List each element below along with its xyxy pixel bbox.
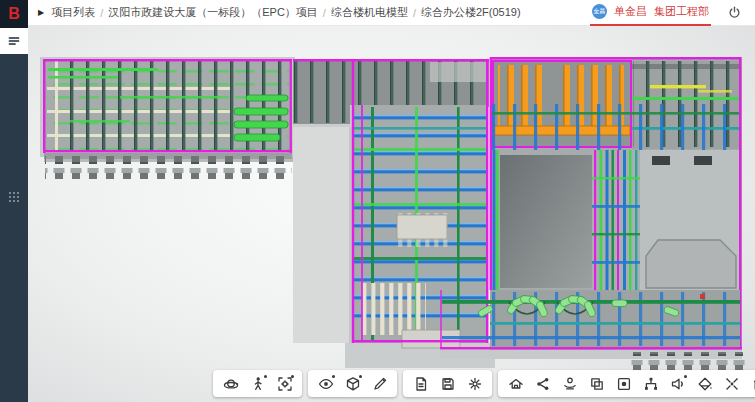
sidebar-item-apps[interactable] [0,184,28,210]
save-button[interactable] [435,372,460,395]
file-report-icon [413,376,429,392]
user-name[interactable]: 单金昌 [614,4,647,19]
topbar-right: 金昌 单金昌 集团工程部 [590,0,755,26]
walk-button[interactable] [245,372,270,395]
scatter-explode-icon [724,376,740,392]
user-block: 金昌 单金昌 集团工程部 [590,0,711,26]
toolbar-group [308,370,397,397]
select-settings-icon [277,376,293,392]
reset-view-icon [751,376,755,392]
breadcrumb-project-name[interactable]: 汉阳市政建设大厦（一标段）（EPC）项目 [108,5,318,20]
hand-material-icon [562,376,578,392]
target-focus-icon [616,376,632,392]
copy-overlay-icon [589,376,605,392]
box-3d-icon [345,376,361,392]
view-eye-button[interactable] [313,372,338,395]
file-report-button[interactable] [408,372,433,395]
breadcrumb-model-name[interactable]: 综合办公楼2F(0519) [421,5,521,20]
app-window: ▶ 项目列表 / 汉阳市政建设大厦（一标段）（EPC）项目 / 综合楼机电模型 … [0,0,755,402]
breadcrumb-separator: / [100,7,103,19]
measure-pencil-button[interactable] [367,372,392,395]
breadcrumb-model-group[interactable]: 综合楼机电模型 [331,5,408,20]
roof-display-button[interactable] [503,372,528,395]
paint-fill-icon [697,376,713,392]
sidebar-item-model-list[interactable] [0,28,28,54]
orbit-button[interactable] [218,372,243,395]
model-viewport[interactable] [28,26,755,402]
speaker-annotate-button[interactable] [665,372,690,395]
orbit-icon [223,376,239,392]
structure-nodes-button[interactable] [638,372,663,395]
view-eye-icon [318,376,334,392]
breadcrumb-separator: / [413,7,416,19]
share-button[interactable] [530,372,555,395]
toolbar-group [403,370,492,397]
apps-grid-icon [8,191,20,203]
dropdown-dot [359,375,362,378]
power-icon [727,5,742,20]
sidebar: B [0,0,28,402]
dropdown-dot [264,375,267,378]
viewport-area [28,26,755,402]
copy-overlay-button[interactable] [584,372,609,395]
measure-pencil-icon [372,376,388,392]
breadcrumb: ▶ 项目列表 / 汉阳市政建设大厦（一标段）（EPC）项目 / 综合楼机电模型 … [28,5,521,20]
walk-icon [250,376,266,392]
avatar[interactable]: 金昌 [592,4,607,19]
breadcrumb-separator: / [323,7,326,19]
save-icon [440,376,456,392]
roof-display-icon [508,376,524,392]
select-settings-button[interactable] [272,372,297,395]
toolbar-group [498,370,755,397]
user-department[interactable]: 集团工程部 [654,4,709,19]
paint-fill-button[interactable] [692,372,717,395]
scatter-explode-button[interactable] [719,372,744,395]
share-icon [535,376,551,392]
box-3d-button[interactable] [340,372,365,395]
hand-material-button[interactable] [557,372,582,395]
model-left-wing [40,57,295,179]
reset-view-button[interactable] [746,372,755,395]
app-logo[interactable]: B [0,0,28,28]
toolbar-group [213,370,302,397]
dropdown-dot [291,375,294,378]
top-bar: ▶ 项目列表 / 汉阳市政建设大厦（一标段）（EPC）项目 / 综合楼机电模型 … [28,0,755,26]
structure-nodes-icon [643,376,659,392]
settings-gear-button[interactable] [462,372,487,395]
dropdown-dot [684,375,687,378]
dropdown-dot [332,375,335,378]
speaker-annotate-icon [670,376,686,392]
model-list-icon [8,35,20,47]
settings-gear-icon [467,376,483,392]
logout-power-button[interactable] [721,0,747,26]
breadcrumb-caret-icon: ▶ [38,8,44,17]
bottom-toolbar [213,370,755,397]
breadcrumb-project-list[interactable]: 项目列表 [51,5,95,20]
target-focus-button[interactable] [611,372,636,395]
